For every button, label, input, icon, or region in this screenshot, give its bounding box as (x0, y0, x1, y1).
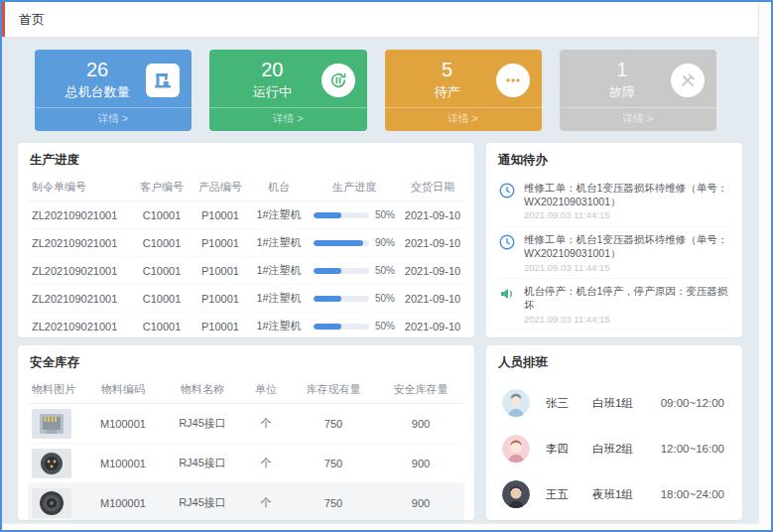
stat-card-main: 5 待产 (399, 59, 496, 101)
active-tab-indicator (2, 2, 5, 37)
schedule-list: 张三 白班1组 09:00~12:00 李四 白班2组 12:00~16:00 (486, 376, 742, 517)
running-detail-link[interactable]: 详情 > (209, 107, 366, 131)
notification-time: 2021.09.03 11:44:15 (524, 209, 730, 222)
progress-bar (314, 268, 369, 274)
production-table: 制令单编号 客户编号 产品编号 机台 生产进度 交货日期 ZL202109021… (28, 174, 464, 337)
progress-percent: 50% (375, 321, 395, 332)
progress-percent: 50% (375, 209, 395, 220)
notification-item[interactable]: 计划暂停：机台1生产计划已暂停 2021.09.03 11:44:15 (498, 331, 730, 337)
total-machines-detail-link[interactable]: 详情 > (35, 107, 192, 131)
notification-time: 2021.09.03 11:44:15 (524, 314, 730, 327)
cell-product-no: P10001 (191, 257, 250, 285)
standby-icon (496, 64, 530, 97)
stat-card-standby[interactable]: 5 待产 详情 > (385, 50, 542, 131)
notification-text: 维修工单：机台1变压器损坏待维修（单号：WX202109031001） (524, 232, 730, 260)
shift-label: 白班2组 (592, 442, 661, 457)
cell-material-code: M100001 (83, 444, 163, 483)
notification-item[interactable]: 机台停产：机台1停产，停产原因：变压器损坏 2021.09.03 11:44:1… (498, 279, 730, 331)
cell-material-name: RJ45接口 (163, 483, 242, 521)
running-value: 20 (223, 59, 321, 81)
cell-machine: 1#注塑机 (250, 201, 308, 229)
fault-icon (671, 64, 705, 97)
stat-card-main: 1 故障 (574, 59, 671, 101)
standby-label: 待产 (399, 83, 496, 101)
notification-text: 机台停产：机台1停产，停产原因：变压器损坏 (524, 284, 730, 312)
running-icon (322, 64, 355, 97)
shift-time: 18:00~24:00 (661, 488, 724, 500)
cell-material-name: RJ45接口 (163, 404, 242, 444)
progress-bar (314, 240, 369, 246)
cell-delivery-date: 2021-09-10 (401, 201, 464, 229)
horizontal-scrollbar[interactable] (2, 523, 758, 530)
table-row: ZL202109021001 C10001 P10001 1#注塑机 50% 2… (28, 257, 464, 285)
standby-detail-link[interactable]: 详情 > (385, 107, 542, 131)
notification-item[interactable]: 维修工单：机台1变压器损坏待维修（单号：WX202109031001） 2021… (498, 176, 730, 227)
dashboard-content: 26 总机台数量 详情 (2, 38, 758, 523)
stat-card-total-machines[interactable]: 26 总机台数量 详情 (35, 50, 192, 131)
clock-icon (498, 182, 516, 200)
cell-product-no: P10001 (191, 313, 250, 338)
col-unit: 单位 (242, 376, 290, 404)
table-header-row: 物料图片 物料编码 物料名称 单位 库存现有量 安全库存量 (28, 376, 464, 404)
employee-name: 张三 (546, 396, 592, 411)
fault-detail-link[interactable]: 详情 > (560, 107, 716, 131)
cell-delivery-date: 2021-09-10 (401, 285, 464, 313)
employee-name: 李四 (546, 442, 592, 457)
vertical-scrollbar[interactable] (758, 2, 771, 523)
cell-order-no: ZL202109021001 (28, 229, 133, 257)
cell-order-no: ZL202109021001 (28, 313, 133, 338)
stat-card-body: 20 运行中 (209, 50, 366, 102)
cell-stock-qty: 750 (290, 404, 377, 444)
cell-safety-qty: 900 (377, 444, 464, 483)
shift-time: 12:00~16:00 (661, 443, 724, 455)
col-delivery-date: 交货日期 (401, 174, 464, 201)
progress-bar (314, 324, 369, 330)
cell-safety-qty: 900 (377, 404, 464, 444)
stat-card-fault[interactable]: 1 故障 详情 > (560, 50, 716, 131)
cell-product-no: P10001 (191, 285, 250, 313)
fault-value: 1 (574, 59, 671, 81)
stat-card-running[interactable]: 20 运行中 详情 > (209, 50, 366, 131)
notification-body: 维修工单：机台1变压器损坏待维修（单号：WX202109031001） 2021… (524, 232, 730, 274)
cell-customer-no: C10001 (133, 257, 191, 285)
cell-order-no: ZL202109021001 (28, 201, 133, 229)
cell-progress: 50% (308, 285, 401, 313)
top-navbar: 首页 (2, 2, 758, 38)
cell-progress: 50% (308, 313, 401, 338)
col-material-code: 物料编码 (83, 376, 163, 404)
cell-progress: 50% (308, 257, 401, 285)
notification-time: 2021.09.03 11:44:15 (524, 262, 730, 275)
wangwu-avatar (502, 480, 530, 508)
machine-icon (146, 64, 180, 97)
cell-delivery-date: 2021-09-10 (401, 257, 464, 285)
cell-customer-no: C10001 (133, 229, 191, 257)
table-row: M100001 RJ45接口 个 750 900 (28, 444, 464, 483)
col-machine: 机台 (250, 174, 308, 201)
notification-item[interactable]: 维修工单：机台1变压器损坏待维修（单号：WX202109031001） 2021… (498, 227, 730, 279)
notification-body: 维修工单：机台1变压器损坏待维修（单号：WX202109031001） 2021… (524, 181, 730, 222)
cell-customer-no: C10001 (133, 313, 191, 338)
inventory-table: 物料图片 物料编码 物料名称 单位 库存现有量 安全库存量 (28, 376, 464, 520)
stat-card-body: 26 总机台数量 (35, 50, 192, 102)
zhangsan-avatar (502, 389, 530, 417)
col-product-no: 产品编号 (191, 174, 250, 201)
col-stock-qty: 库存现有量 (290, 376, 377, 404)
col-progress: 生产进度 (308, 174, 401, 201)
cell-stock-qty: 750 (290, 483, 377, 521)
notification-body: 机台停产：机台1停产，停产原因：变压器损坏 2021.09.03 11:44:1… (524, 284, 730, 326)
app-window: 首页 26 总机台数量 (0, 0, 773, 532)
progress-bar (314, 296, 369, 302)
cell-stock-qty: 750 (290, 444, 377, 483)
fault-label: 故障 (574, 83, 671, 101)
lisi-avatar (502, 435, 530, 463)
shift-label: 夜班1组 (592, 487, 661, 502)
cell-order-no: ZL202109021001 (28, 285, 133, 313)
cell-delivery-date: 2021-09-10 (401, 229, 464, 257)
schedule-row: 张三 白班1组 09:00~12:00 (502, 380, 724, 426)
cell-material-image (28, 444, 83, 483)
employee-name: 王五 (546, 487, 592, 502)
schedule-row: 王五 夜班1组 18:00~24:00 (502, 471, 724, 517)
notification-body: 计划暂停：机台1生产计划已暂停 2021.09.03 11:44:15 (524, 335, 730, 337)
cell-machine: 1#注塑机 (250, 229, 308, 257)
stat-cards-row: 26 总机台数量 详情 (18, 50, 742, 131)
